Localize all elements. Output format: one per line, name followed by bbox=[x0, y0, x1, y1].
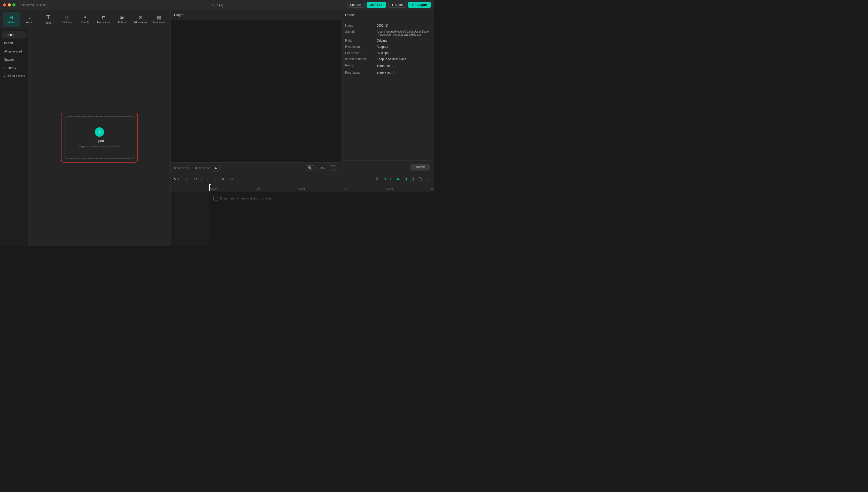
freelayer-info-icon[interactable]: ⓘ bbox=[392, 71, 396, 75]
import-text: Import bbox=[95, 139, 104, 143]
player-zoom-button[interactable]: 🔍 bbox=[306, 165, 314, 171]
player-menu-icon[interactable]: ⋯ bbox=[333, 13, 337, 17]
clip-copy-icon[interactable]: ⊡ bbox=[409, 175, 415, 182]
player-controls-right: 🔍 Ratio ⛶ bbox=[306, 165, 337, 171]
brand-assets-label: Brand assets bbox=[7, 74, 25, 78]
detail-row-ratio: Ratio: Original bbox=[345, 39, 430, 42]
export-label: ↑ Export bbox=[415, 3, 427, 7]
detail-label-name: Name: bbox=[345, 24, 374, 27]
clip-speed-icon[interactable]: ⇥ bbox=[382, 175, 387, 182]
stickers-label: Stickers bbox=[61, 21, 72, 24]
share-button[interactable]: ⬆ Share bbox=[388, 2, 406, 8]
delete-button[interactable]: ⏸ bbox=[212, 176, 219, 182]
player-title: Player bbox=[174, 13, 184, 17]
sidebar-item-ai-generated[interactable]: AI generated bbox=[2, 48, 27, 55]
import-label: Import bbox=[4, 41, 13, 45]
timeline-ruler: 00:00 |15f |00:01 |15f |00:02 |15f |00:0… bbox=[209, 184, 434, 192]
sidebar-item-import[interactable]: Import bbox=[2, 40, 27, 47]
proxy-info-icon[interactable]: ⓘ bbox=[392, 64, 396, 68]
local-arrow-icon: ▸ bbox=[4, 33, 5, 36]
adjustment-icon: ⊛ bbox=[138, 15, 142, 20]
zoom-in-icon[interactable]: — bbox=[425, 176, 431, 182]
player-fullscreen-button[interactable]: ⛶ bbox=[329, 165, 337, 171]
drag-hint: □ Drag material here and start to create bbox=[209, 192, 434, 205]
export-button[interactable]: ⬆ ↑ Export bbox=[408, 2, 431, 8]
detail-value-name: 0502 (1) bbox=[377, 24, 430, 27]
timeline-tracks-area[interactable]: □ Drag material here and start to create bbox=[209, 192, 434, 246]
player-time-total: 00:00:00:00 bbox=[195, 167, 210, 170]
forward-button[interactable]: ⏭ bbox=[220, 176, 227, 182]
titlebar: Auto saved: 15:46:05 0502 (1) Shortcut J… bbox=[0, 0, 434, 10]
ruler-mark-1m: |00:01 bbox=[298, 187, 305, 190]
effects-label: Effects bbox=[81, 21, 90, 24]
microphone-icon[interactable]: 🎙 bbox=[374, 176, 380, 182]
ruler-marks: 00:00 |15f |00:01 |15f |00:02 |15f |00:0… bbox=[209, 184, 434, 191]
timeline-select-tool[interactable]: ↖ ▾ bbox=[174, 177, 179, 181]
tool-adjustment[interactable]: ⊛ Adjustment bbox=[132, 11, 149, 27]
split-button[interactable]: ⏸ bbox=[204, 176, 211, 182]
tool-audio[interactable]: ♪ Audio bbox=[21, 11, 38, 27]
clip-split-center-icon[interactable]: ⇔ bbox=[395, 175, 401, 182]
tool-text[interactable]: T Text bbox=[40, 11, 57, 27]
main-toolbar: ⊞ Media ♪ Audio T Text ☺ Stickers ✦ Effe… bbox=[0, 10, 170, 29]
detail-row-freelayer: Free layer: Turned on ⓘ bbox=[345, 71, 430, 75]
timeline-track-labels bbox=[171, 184, 209, 246]
zoom-out-icon[interactable]: ◯ bbox=[416, 175, 423, 182]
undo-button[interactable]: ↩ bbox=[184, 175, 191, 182]
local-label: Local bbox=[7, 33, 14, 37]
player-header: Player ⋯ bbox=[171, 10, 341, 20]
detail-label-proxy: Proxy: bbox=[345, 64, 374, 68]
content-area: ▸ Local Import AI generated Spaces ▸ Lib… bbox=[0, 29, 170, 246]
ruler-spacer bbox=[171, 184, 209, 192]
player-controls: 00:00:00:00 / 00:00:00:00 ▶ 🔍 Ratio ⛶ bbox=[171, 162, 341, 174]
sidebar: ▸ Local Import AI generated Spaces ▸ Lib… bbox=[0, 29, 28, 246]
redo-button[interactable]: ↪ bbox=[193, 175, 199, 182]
tool-templates[interactable]: ▦ Templates bbox=[150, 11, 168, 27]
audio-label: Audio bbox=[26, 21, 33, 24]
detail-value-saved: /Users/topgus/Movies/CapCut/User Data/Pr… bbox=[377, 30, 430, 36]
templates-icon: ▦ bbox=[157, 15, 161, 20]
detail-value-import-material: Keep in original place bbox=[377, 57, 430, 61]
shortcut-button[interactable]: Shortcut bbox=[347, 2, 364, 8]
detail-label-framerate: Frame rate: bbox=[345, 51, 374, 55]
details-footer: Modify bbox=[341, 161, 434, 174]
effects-icon: ✦ bbox=[83, 15, 87, 20]
join-pro-button[interactable]: Join Pro bbox=[366, 2, 386, 8]
sidebar-item-brand-assets[interactable]: ▸ Brand assets bbox=[2, 73, 27, 80]
player-play-button[interactable]: ▶ bbox=[212, 165, 220, 172]
sidebar-item-library[interactable]: ▸ Library bbox=[2, 64, 27, 72]
player-ratio-button[interactable]: Ratio bbox=[316, 166, 327, 170]
ruler-mark-15f: |15f bbox=[255, 187, 260, 190]
ruler-mark-2m: |00:02 bbox=[386, 187, 393, 190]
details-title: Details bbox=[345, 13, 355, 17]
close-button[interactable] bbox=[3, 3, 6, 6]
import-drop-zone-outer[interactable]: + Import Supports: videos, audios, photo… bbox=[61, 113, 138, 163]
import-plus-icon[interactable]: + bbox=[95, 127, 104, 137]
tool-stickers[interactable]: ☺ Stickers bbox=[58, 11, 75, 27]
details-body: Name: 0502 (1) Saved: /Users/topgus/Movi… bbox=[341, 20, 434, 161]
minimize-button[interactable] bbox=[8, 3, 11, 6]
clip-align-icon[interactable]: ⊟ bbox=[403, 175, 408, 182]
clip-join-icon[interactable]: ⇤ bbox=[388, 175, 394, 182]
tool-filters[interactable]: ◉ Filters bbox=[113, 11, 131, 27]
player-body bbox=[171, 20, 341, 162]
sidebar-item-spaces[interactable]: Spaces bbox=[2, 56, 27, 63]
details-panel: Details Name: 0502 (1) Saved: /Users/top… bbox=[341, 10, 434, 174]
tool-transitions[interactable]: ⇄ Transitions bbox=[95, 11, 112, 27]
crop-button[interactable]: ⊡ bbox=[228, 176, 234, 182]
traffic-lights bbox=[3, 3, 16, 6]
audio-icon: ♪ bbox=[29, 15, 31, 20]
filters-label: Filters bbox=[118, 21, 126, 24]
detail-row-name: Name: 0502 (1) bbox=[345, 24, 430, 27]
playhead bbox=[209, 184, 210, 191]
media-label: Media bbox=[7, 21, 15, 24]
import-drop-zone[interactable]: + Import Supports: videos, audios, photo… bbox=[65, 116, 134, 159]
tool-effects[interactable]: ✦ Effects bbox=[76, 11, 94, 27]
tool-media[interactable]: ⊞ Media bbox=[3, 11, 20, 27]
library-label: Library bbox=[7, 66, 16, 70]
player-time-current: 00:00:00:00 bbox=[174, 167, 189, 170]
modify-button[interactable]: Modify bbox=[410, 164, 430, 171]
sidebar-item-local[interactable]: ▸ Local bbox=[2, 31, 27, 39]
maximize-button[interactable] bbox=[12, 3, 16, 6]
detail-label-ratio: Ratio: bbox=[345, 39, 374, 42]
